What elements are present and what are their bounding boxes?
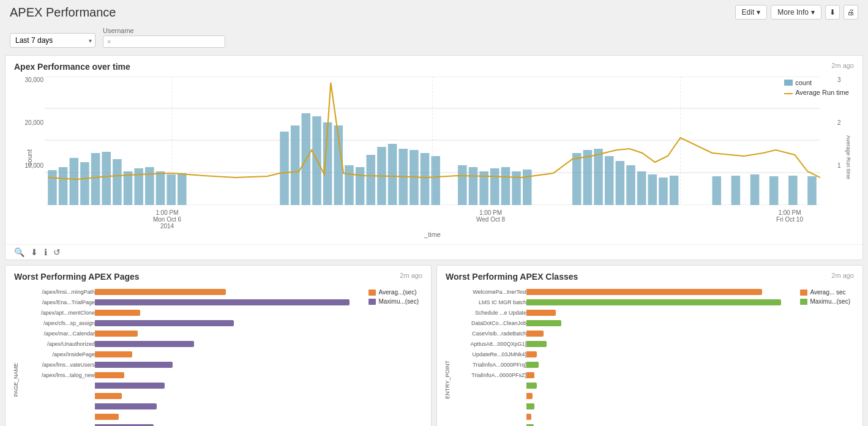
svg-rect-5 [48,170,57,205]
class-bar-row-5b [526,402,794,411]
chart-refresh-icon[interactable]: ↺ [53,247,61,257]
svg-rect-36 [490,168,499,205]
classes-row-labels: WelcomePa...tnerTest LMS IC MGR batch Sc… [453,286,526,426]
classes-legend-orange-swatch [800,290,807,296]
worst-pages-time: 2m ago [400,272,422,279]
pages-legend-purple: Maximu...(sec) [369,298,419,305]
svg-rect-15 [156,171,165,205]
edit-label: Edit [742,8,755,17]
svg-rect-47 [648,174,657,205]
worst-classes-chart: ENTRY_POINT WelcomePa...tnerTest LMS IC … [437,284,862,426]
class-bar-row-4b [526,381,794,390]
main-chart-svg [45,77,820,205]
more-info-label: More Info [777,8,809,17]
page-bar-row-2b [95,340,362,348]
classes-legend-orange: Averag... sec [800,289,850,296]
page-label-3: /apex/cfs...sp_assign [21,319,95,327]
svg-rect-41 [583,150,593,205]
worst-classes-header: Worst Performing APEX Classes 2m ago [437,266,862,284]
class-label-2: Schedule ...e Update [453,308,526,317]
page-bar-row-2 [95,329,362,338]
page-bar-row-6 [95,413,362,421]
class-bar-row-1 [526,308,794,317]
class-bar-row-2b [526,340,794,348]
username-input-wrapper: × [103,36,225,48]
class-bar-green-5 [526,403,534,409]
time-range-filter: Last 7 days Last 24 hours Last 30 days ▾ [10,33,95,48]
class-label-3: DataDotCo...CleanJob [453,319,526,327]
pages-y-axis-label: PAGE_NAME [12,363,20,397]
class-label-1: LMS IC MGR batch [453,298,526,307]
svg-rect-28 [388,144,397,205]
class-label-6: UpdateRe...03JMNk4] [453,350,526,359]
page-bar-orange-5 [95,393,122,399]
main-chart-legend: count Average Run time [779,77,854,99]
page-bar-purple-4 [95,383,165,389]
more-info-chevron-icon: ▾ [811,8,815,17]
svg-rect-45 [626,165,635,205]
class-label-7: TrialInfoA...0000PFrq] [453,361,526,369]
page-bar-purple-2 [95,341,194,347]
header: APEX Performance Edit ▾ More Info ▾ ⬇ 🖨 [0,0,868,24]
main-chart-panel: Apex Performance over time 2m ago count … [5,55,863,260]
class-bar-row-6 [526,413,794,421]
y-tick-30000: 30,000 [19,77,43,83]
chart-download-icon[interactable]: ⬇ [31,247,38,257]
print-icon: 🖨 [847,8,855,17]
class-bar-green-0 [526,299,781,305]
worst-pages-panel: Worst Performing APEX Pages 2m ago PAGE_… [5,265,432,426]
page-bar-orange-0 [95,289,226,295]
username-input[interactable] [113,37,221,46]
class-bar-green-4 [526,383,537,389]
page-bar-purple-3 [95,362,173,368]
worst-classes-title: Worst Performing APEX Classes [446,272,578,282]
download-button[interactable]: ⬇ [825,5,840,20]
svg-rect-53 [769,176,779,205]
classes-legend-green: Maximu...(sec) [800,298,850,305]
page-label-1: /apex/Ena...TrialPage [21,298,95,307]
pages-legend: Averag...(sec) Maximu...(sec) [362,286,425,426]
worst-pages-chart: PAGE_NAME /apex/lmsi...rningPath /apex/E… [6,284,431,426]
edit-chevron-icon: ▾ [757,8,760,17]
y-axis-right-label: Average Run time [845,135,851,179]
classes-legend-green-label: Maximu...(sec) [810,298,850,305]
page-bar-row-5b [95,402,362,411]
class-bar-orange-1 [526,310,556,316]
svg-rect-46 [637,171,646,205]
page-label-5: /apex/Unauthorized [21,340,95,348]
svg-rect-14 [145,167,154,205]
svg-rect-49 [670,176,679,205]
class-bar-row-1b [526,319,794,327]
page-label-8: /apex/lms...talog_new [21,371,95,379]
class-bar-orange-3 [526,351,537,357]
class-bar-orange-6 [526,414,531,420]
svg-rect-9 [91,153,100,205]
zoom-icon[interactable]: 🔍 [14,247,24,257]
y-tick-20000: 20,000 [19,119,43,126]
username-clear-button[interactable]: × [107,38,111,45]
svg-rect-33 [458,165,467,205]
pages-legend-orange-swatch [369,290,376,296]
edit-button[interactable]: Edit ▾ [735,5,768,20]
page-bar-row-0 [95,288,362,296]
page-title: APEX Performance [10,6,116,20]
more-info-button[interactable]: More Info ▾ [771,5,821,20]
print-button[interactable]: 🖨 [844,5,858,20]
page-bar-row-0b [95,298,362,307]
svg-rect-7 [70,158,79,205]
time-range-select[interactable]: Last 7 days Last 24 hours Last 30 days [10,33,95,48]
page-bar-row-4 [95,371,362,379]
svg-rect-6 [59,167,68,205]
page-label-2: /apex/apt...mentClone [21,308,95,317]
svg-rect-51 [731,176,741,205]
page-bar-row-1b [95,319,362,327]
classes-legend-green-swatch [800,299,807,305]
pages-legend-orange: Averag...(sec) [369,289,419,296]
class-label-8: TrialInfoA...0000PFsZ] [453,371,526,379]
svg-rect-12 [124,171,133,205]
class-bar-green-1 [526,320,561,326]
class-label-5: ApttusAtt...000QXpG1] [453,340,526,348]
class-bar-row-3b [526,361,794,369]
chart-info-icon[interactable]: ℹ [44,247,47,257]
svg-rect-52 [750,174,760,205]
